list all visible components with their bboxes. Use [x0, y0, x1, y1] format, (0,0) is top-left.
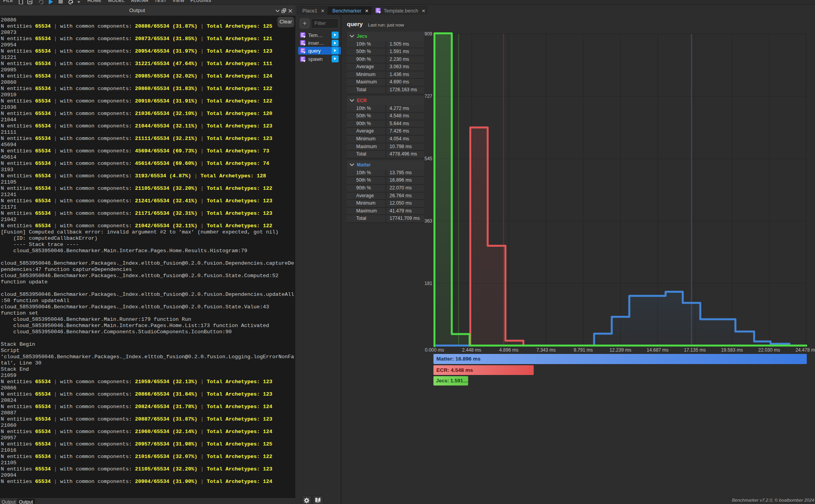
- svg-text:4.896 ms: 4.896 ms: [499, 347, 518, 353]
- svg-text:14.687 ms: 14.687 ms: [647, 347, 669, 353]
- svg-text:22.030 ms: 22.030 ms: [758, 347, 780, 353]
- svg-text:12.239 ms: 12.239 ms: [609, 347, 631, 353]
- svg-text:24.478 ms: 24.478 ms: [795, 347, 815, 353]
- svg-text:17.135 ms: 17.135 ms: [684, 347, 706, 353]
- svg-text:545: 545: [424, 156, 432, 161]
- svg-text:7.343 ms: 7.343 ms: [536, 347, 556, 353]
- svg-text:19.583 ms: 19.583 ms: [721, 347, 743, 353]
- svg-text:2.448 ms: 2.448 ms: [462, 347, 481, 353]
- svg-text:727: 727: [424, 94, 432, 99]
- svg-text:909: 909: [424, 31, 432, 37]
- svg-text:181: 181: [424, 281, 432, 286]
- svg-text:9.791 ms: 9.791 ms: [574, 347, 593, 353]
- svg-text:0.000 ms: 0.000 ms: [425, 347, 444, 353]
- svg-text:363: 363: [424, 218, 432, 224]
